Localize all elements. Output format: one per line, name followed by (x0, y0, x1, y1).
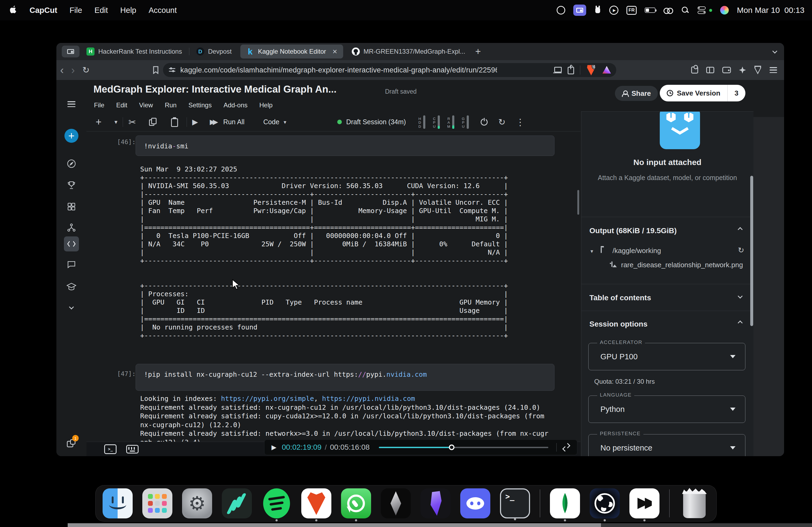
link-icon[interactable] (664, 7, 673, 13)
dock-system-settings-icon[interactable]: ⚙ (182, 488, 212, 518)
back-button[interactable]: ‹ (56, 65, 68, 75)
rail-more-chevron-icon[interactable] (70, 305, 73, 309)
url-text[interactable]: kaggle.com/code/islamhachimi/medgraph-ex… (180, 66, 497, 74)
screen-share-icon[interactable] (573, 4, 586, 16)
tab-github[interactable]: MR-GREEN1337/MedGraph-Expl... (345, 43, 471, 60)
cell-type-select[interactable]: Code (263, 118, 279, 126)
rail-datasets-icon[interactable] (67, 202, 76, 211)
save-version-button[interactable]: Save Version 3 (660, 85, 745, 102)
tab-list-chevron-icon[interactable] (773, 49, 777, 54)
output-file-name[interactable]: rare_disease_relationship_network.png (621, 261, 743, 269)
dock-whatsapp-icon[interactable] (341, 488, 371, 518)
menu-settings[interactable]: Settings (188, 102, 212, 109)
menu-edit[interactable]: Edit (116, 102, 127, 109)
cell46-input[interactable]: !nvidia-smi (135, 136, 554, 156)
restart-session-icon[interactable]: ↻ (498, 117, 506, 127)
session-options-header[interactable]: Session options (590, 320, 648, 328)
notebook-scrollbar[interactable] (577, 190, 579, 215)
extensions-icon[interactable] (691, 66, 698, 74)
menu-run[interactable]: Run (165, 102, 177, 109)
rail-home-icon[interactable] (67, 159, 76, 168)
language-select[interactable]: LANGUAGE Python (588, 395, 745, 423)
rail-discussions-icon[interactable] (67, 260, 76, 269)
working-dir-label[interactable]: /kaggle/working (612, 246, 661, 255)
dock-capcut-icon[interactable] (629, 488, 659, 518)
run-all-label[interactable]: Run All (223, 118, 244, 126)
run-cell-icon[interactable]: ▶ (192, 118, 198, 126)
session-label[interactable]: Draft Session (34m) (346, 118, 406, 126)
run-all-icon[interactable]: ▶▶ (210, 118, 216, 126)
rail-windows-badge-icon[interactable]: 1 (67, 438, 76, 447)
apple-menu-icon[interactable] (10, 6, 17, 15)
menubar-edit[interactable]: Edit (95, 6, 108, 15)
leo-ai-icon[interactable] (739, 66, 746, 74)
power-session-icon[interactable] (481, 119, 488, 125)
play-status-icon[interactable]: ▶ (609, 6, 619, 15)
menu-view[interactable]: View (139, 102, 153, 109)
accelerator-select[interactable]: ACCELERATOR GPU P100 (588, 343, 745, 370)
cut-cell-icon[interactable]: ✂ (128, 117, 136, 127)
spotlight-search-icon[interactable] (681, 6, 689, 14)
new-tab-button[interactable]: + (475, 46, 481, 57)
notebook-title[interactable]: MedGraph Explorer: Interactive Medical G… (93, 84, 336, 95)
share-button[interactable]: Share (615, 86, 658, 101)
play-button[interactable]: ▶ (272, 443, 276, 451)
dock-mongodb-icon[interactable] (550, 488, 580, 518)
toolbar-more-icon[interactable]: ⋮ (516, 117, 525, 127)
add-cell-caret-icon[interactable]: ▾ (114, 119, 117, 125)
dock-launchpad-icon[interactable] (142, 488, 172, 518)
site-settings-icon[interactable] (169, 67, 175, 73)
rail-code-icon[interactable] (67, 240, 76, 248)
tab-devpost[interactable]: D Devpost (189, 43, 239, 60)
obs-status-icon[interactable] (557, 6, 565, 15)
menubar-app-name[interactable]: CapCut (30, 6, 57, 15)
input-source-indicator[interactable]: FR (626, 6, 637, 15)
rail-learn-icon[interactable] (67, 282, 76, 291)
menu-help[interactable]: Help (259, 102, 273, 109)
player-progress-track[interactable] (379, 447, 548, 448)
rail-models-icon[interactable] (67, 223, 76, 232)
dock-prism-app-icon[interactable] (381, 488, 411, 518)
tab-kaggle-active[interactable]: k Kaggle Notebook Editor × (240, 45, 343, 59)
dock-obsidian-icon[interactable] (420, 488, 451, 518)
paste-cell-icon[interactable] (171, 118, 178, 127)
output-collapse-icon[interactable] (738, 228, 742, 232)
cell-type-caret-icon[interactable]: ▾ (284, 119, 286, 125)
refresh-output-icon[interactable]: ↻ (738, 246, 744, 255)
dock-finder-icon[interactable] (103, 488, 133, 518)
toc-expand-icon[interactable] (738, 294, 742, 299)
dock-obs-icon[interactable] (590, 488, 620, 518)
toc-header[interactable]: Table of contents (590, 293, 651, 302)
dock-feather-app-icon[interactable] (222, 488, 252, 518)
dock-discord-icon[interactable] (460, 488, 490, 518)
menubar-account[interactable]: Account (148, 6, 177, 15)
wallet-icon[interactable] (722, 67, 731, 73)
close-icon[interactable]: × (332, 47, 337, 56)
ollama-icon[interactable] (594, 6, 601, 15)
pypi-simple-link[interactable]: https://pypi.org/simple (221, 395, 314, 403)
menubar-clock[interactable]: Mon Mar 10 00:13 (737, 6, 804, 15)
collapse-player-icon[interactable] (563, 443, 570, 451)
menu-file[interactable]: File (94, 102, 104, 109)
reload-button[interactable]: ↻ (79, 65, 93, 75)
battery-icon[interactable] (645, 7, 655, 13)
dock-trash-icon[interactable] (679, 488, 709, 518)
console-icon[interactable]: >_ (104, 445, 117, 454)
menubar-help[interactable]: Help (120, 6, 136, 15)
bookmark-icon[interactable] (152, 66, 159, 74)
forward-button[interactable]: › (68, 65, 78, 75)
output-section-header[interactable]: Output (68KiB / 19.5GiB) (590, 226, 677, 235)
dock-brave-icon[interactable] (301, 488, 331, 518)
dock-spotify-icon[interactable] (262, 488, 292, 518)
menubar-file[interactable]: File (70, 6, 82, 15)
copy-cell-icon[interactable] (149, 118, 157, 126)
add-cell-button[interactable]: + (96, 116, 102, 128)
vpn-shield-icon[interactable] (754, 66, 762, 74)
cell47-input[interactable]: !pip install nx-cugraph-cu12 --extra-ind… (135, 364, 554, 391)
brave-rewards-icon[interactable] (602, 65, 611, 75)
save-to-device-icon[interactable] (553, 67, 562, 73)
tree-caret-icon[interactable]: ▾ (591, 248, 593, 254)
session-collapse-icon[interactable] (738, 321, 742, 326)
brave-shield-icon[interactable]: 35 (586, 65, 596, 75)
share-page-icon[interactable] (568, 67, 574, 74)
